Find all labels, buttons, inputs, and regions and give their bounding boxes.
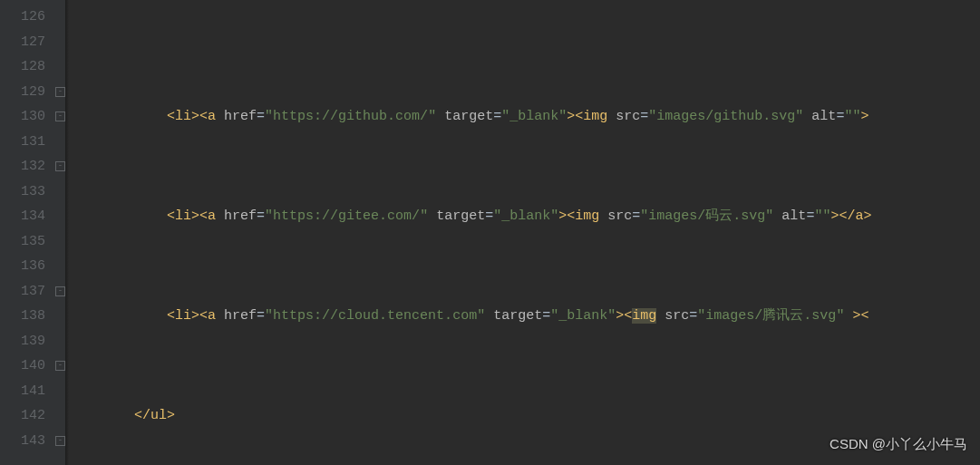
watermark: CSDN @小丫么小牛马	[830, 431, 967, 457]
line-number: 128	[0, 54, 45, 80]
line-number: 127	[0, 30, 45, 55]
line-number: 133	[0, 179, 45, 205]
fold-marker[interactable]: -	[55, 286, 65, 296]
line-number: 126	[0, 5, 45, 30]
code-line: <li><a href="https://github.com/" target…	[69, 104, 980, 130]
line-number: 136	[0, 254, 45, 279]
code-line: <li><a href="https://cloud.tencent.com" …	[69, 304, 980, 329]
fold-marker[interactable]: -	[55, 161, 65, 171]
line-number: 143	[0, 429, 45, 454]
line-number: 131	[0, 130, 45, 155]
fold-marker[interactable]: -	[55, 87, 65, 97]
line-number: 137	[0, 279, 45, 305]
line-number: 134	[0, 204, 45, 229]
code-line: <li><a href="https://gitee.com/" target=…	[69, 204, 980, 229]
code-area[interactable]: <li><a href="https://github.com/" target…	[69, 0, 980, 465]
line-number: 135	[0, 229, 45, 255]
code-editor: 1261271281291301311321331341351361371381…	[0, 0, 980, 465]
line-number: 142	[0, 403, 45, 429]
line-number: 129	[0, 80, 45, 105]
code-line: </ul>	[69, 403, 980, 429]
fold-gutter: ------	[53, 0, 65, 465]
line-number: 138	[0, 304, 45, 329]
fold-marker[interactable]: -	[55, 361, 65, 371]
fold-marker[interactable]: -	[55, 436, 65, 446]
line-number: 139	[0, 329, 45, 354]
fold-marker[interactable]: -	[55, 111, 65, 121]
line-number: 141	[0, 379, 45, 404]
line-number: 132	[0, 154, 45, 179]
line-number-gutter: 1261271281291301311321331341351361371381…	[0, 0, 53, 465]
line-number: 130	[0, 104, 45, 130]
line-number: 140	[0, 354, 45, 379]
